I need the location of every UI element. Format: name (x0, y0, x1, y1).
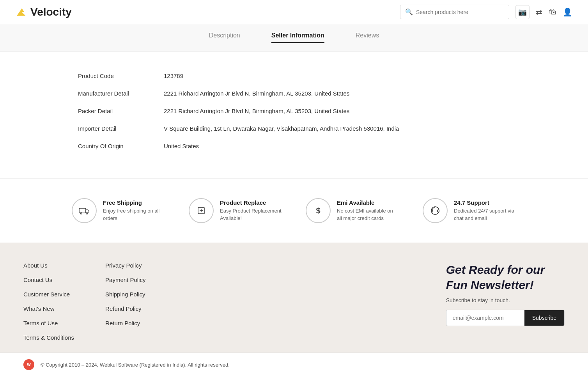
emi-icon: $ (306, 198, 331, 223)
footer-bottom: W © Copyright 2010 – 2024, Webkul Softwa… (0, 353, 588, 376)
feature-product-replace: Product Replace Easy Product Replacement… (189, 198, 282, 223)
product-replace-desc: Easy Product Replacement Available! (220, 207, 282, 222)
tab-reviews[interactable]: Reviews (356, 32, 379, 43)
support-title: 24.7 Support (454, 199, 516, 206)
seller-info-table: Product Code 123789 Manufacturer Detail … (78, 67, 510, 155)
footer-link-privacy-policy[interactable]: Privacy Policy (105, 262, 145, 269)
free-shipping-desc: Enjoy free shipping on all orders (103, 207, 165, 222)
product-replace-text: Product Replace Easy Product Replacement… (220, 199, 282, 222)
footer-link-terms-conditions[interactable]: Terms & Conditions (23, 334, 74, 341)
feature-emi: $ Emi Available No cost EMI available on… (306, 198, 399, 223)
value-country-of-origin: United States (164, 143, 199, 149)
camera-icon[interactable]: 📷 (515, 5, 530, 19)
svg-point-6 (431, 207, 439, 214)
features-section: Free Shipping Enjoy free shipping on all… (0, 178, 588, 243)
newsletter-heading: Get Ready for our Fun Newsletter! (446, 262, 555, 292)
product-tabs: Description Seller Information Reviews (0, 24, 588, 51)
seller-info-section: Product Code 123789 Manufacturer Detail … (0, 51, 588, 170)
svg-marker-0 (17, 8, 25, 16)
label-manufacturer-detail: Manufacturer Detail (78, 90, 164, 97)
logo[interactable]: Velocity (16, 6, 72, 18)
logo-text: Velocity (30, 6, 72, 18)
emi-dollar-sign: $ (316, 206, 320, 215)
footer-link-contact-us[interactable]: Contact Us (23, 277, 74, 283)
table-row: Importer Detail V Square Building, 1st L… (78, 120, 510, 137)
search-bar[interactable]: 🔍 (400, 5, 509, 19)
newsletter-email-input[interactable] (446, 310, 524, 326)
value-product-code: 123789 (164, 73, 183, 79)
feature-support: 24.7 Support Dedicated 24/7 support via … (423, 198, 516, 223)
emi-text: Emi Available No cost EMI available on a… (337, 199, 399, 222)
footer-link-terms-of-use[interactable]: Terms of Use (23, 320, 74, 326)
label-country-of-origin: Country Of Origin (78, 143, 164, 149)
footer-content: About Us Contact Us Customer Service Wha… (23, 262, 565, 341)
table-row: Packer Detail 2221 Richard Arrington Jr … (78, 102, 510, 120)
header: Velocity 🔍 📷 ⇄ 🛍 👤 (0, 0, 588, 24)
svg-rect-2 (79, 208, 86, 213)
footer-col-1: About Us Contact Us Customer Service Wha… (23, 262, 74, 341)
free-shipping-title: Free Shipping (103, 199, 165, 206)
newsletter-subscribe-button[interactable]: Subscribe (524, 310, 564, 326)
newsletter-section: Get Ready for our Fun Newsletter! Subscr… (446, 262, 565, 341)
footer-col-2: Privacy Policy Payment Policy Shipping P… (105, 262, 145, 341)
support-icon (423, 198, 448, 223)
emi-desc: No cost EMI available on all major credi… (337, 207, 399, 222)
tab-seller-information[interactable]: Seller Information (271, 32, 324, 43)
support-desc: Dedicated 24/7 support via chat and emai… (454, 207, 516, 222)
free-shipping-text: Free Shipping Enjoy free shipping on all… (103, 199, 165, 222)
product-replace-icon (189, 198, 214, 223)
search-icon: 🔍 (405, 8, 413, 16)
label-importer-detail: Importer Detail (78, 125, 164, 132)
logo-icon (16, 6, 28, 18)
table-row: Product Code 123789 (78, 67, 510, 85)
support-text: 24.7 Support Dedicated 24/7 support via … (454, 199, 516, 222)
table-row: Country Of Origin United States (78, 137, 510, 155)
table-row: Manufacturer Detail 2221 Richard Arringt… (78, 85, 510, 102)
free-shipping-icon (72, 198, 97, 223)
search-input[interactable] (416, 9, 504, 15)
footer-link-payment-policy[interactable]: Payment Policy (105, 277, 145, 283)
footer-link-whats-new[interactable]: What's New (23, 305, 74, 312)
footer-link-return-policy[interactable]: Return Policy (105, 320, 145, 326)
footer-link-refund-policy[interactable]: Refund Policy (105, 305, 145, 312)
tab-description[interactable]: Description (209, 32, 240, 43)
newsletter-form: Subscribe (446, 310, 565, 326)
footer-link-shipping-policy[interactable]: Shipping Policy (105, 291, 145, 298)
value-manufacturer-detail: 2221 Richard Arrington Jr Blvd N, Birmin… (164, 90, 349, 97)
footer: About Us Contact Us Customer Service Wha… (0, 243, 588, 353)
user-icon[interactable]: 👤 (563, 7, 572, 17)
label-product-code: Product Code (78, 73, 164, 79)
newsletter-subtext: Subscribe to stay in touch. (446, 297, 565, 303)
cart-icon[interactable]: 🛍 (549, 7, 556, 16)
value-packer-detail: 2221 Richard Arrington Jr Blvd N, Birmin… (164, 108, 349, 114)
emi-title: Emi Available (337, 199, 399, 206)
feature-free-shipping: Free Shipping Enjoy free shipping on all… (72, 198, 165, 223)
label-packer-detail: Packer Detail (78, 108, 164, 114)
product-replace-title: Product Replace (220, 199, 282, 206)
copyright-text: © Copyright 2010 – 2024, Webkul Software… (41, 362, 230, 368)
compare-icon[interactable]: ⇄ (536, 7, 542, 17)
svg-point-3 (80, 213, 82, 214)
footer-link-about-us[interactable]: About Us (23, 262, 74, 269)
footer-link-customer-service[interactable]: Customer Service (23, 291, 74, 298)
header-right: 🔍 📷 ⇄ 🛍 👤 (400, 5, 572, 19)
svg-point-4 (86, 213, 88, 214)
svg-rect-8 (437, 210, 439, 212)
value-importer-detail: V Square Building, 1st Ln, Dwaraka Nagar… (164, 125, 399, 132)
webkul-icon: W (23, 359, 34, 370)
